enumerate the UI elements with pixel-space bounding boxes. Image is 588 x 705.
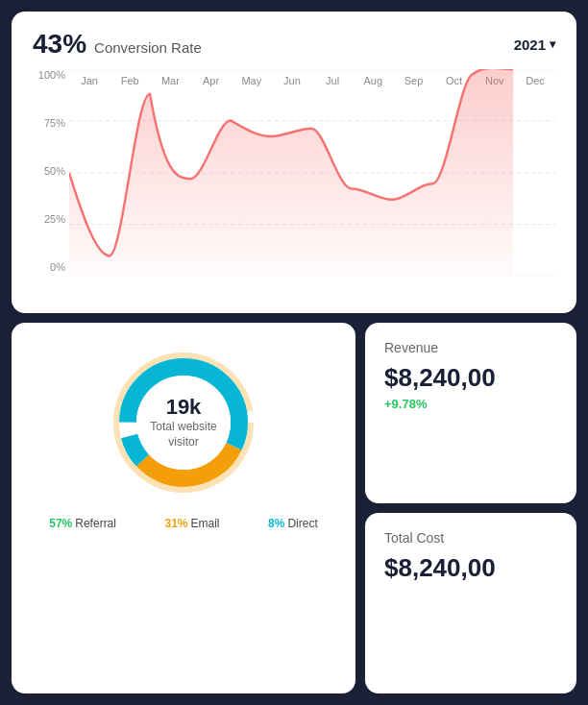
legend-referral: 57% Referral — [49, 517, 116, 530]
year-value: 2021 — [514, 36, 546, 53]
conversion-label: Conversion Rate — [94, 39, 202, 56]
legend-email: 31% Email — [164, 517, 219, 530]
chart-svg — [69, 69, 555, 277]
legend-direct: 8% Direct — [268, 517, 318, 530]
line-chart: 100% 75% 50% 25% 0% — [33, 69, 555, 300]
y-label-100: 100% — [33, 69, 65, 81]
card-header: 43% Conversion Rate 2021 ▾ — [33, 29, 555, 60]
donut-center-text: 19k Total websitevisitor — [150, 395, 216, 450]
revenue-card: Revenue $8,240,00 +9.78% — [365, 323, 576, 503]
legend-direct-pct: 8% — [268, 517, 284, 530]
donut-chart: 19k Total websitevisitor — [107, 346, 260, 499]
conversion-percent: 43% — [33, 29, 86, 60]
y-axis-labels: 100% 75% 50% 25% 0% — [33, 69, 65, 277]
conversion-rate-card: 43% Conversion Rate 2021 ▾ 100% 75% 50% … — [12, 12, 576, 313]
right-cards: Revenue $8,240,00 +9.78% Total Cost $8,2… — [365, 323, 576, 693]
total-cost-label: Total Cost — [384, 530, 557, 546]
legend-referral-label: Referral — [75, 517, 116, 530]
total-cost-card: Total Cost $8,240,00 — [365, 513, 576, 693]
legend-email-pct: 31% — [164, 517, 187, 530]
conversion-info: 43% Conversion Rate — [33, 29, 202, 60]
y-label-50: 50% — [33, 165, 65, 177]
bottom-section: 19k Total websitevisitor 57% Referral 31… — [12, 323, 576, 693]
y-label-25: 25% — [33, 213, 65, 225]
legend-referral-pct: 57% — [49, 517, 72, 530]
donut-value: 19k — [150, 395, 216, 420]
legend-direct-label: Direct — [287, 517, 317, 530]
revenue-label: Revenue — [384, 340, 557, 355]
y-label-75: 75% — [33, 117, 65, 129]
revenue-value: $8,240,00 — [384, 363, 557, 393]
donut-sublabel: Total websitevisitor — [150, 420, 216, 450]
legend-email-label: Email — [191, 517, 220, 530]
revenue-change: +9.78% — [384, 397, 557, 411]
chevron-down-icon: ▾ — [550, 37, 555, 51]
y-label-0: 0% — [33, 261, 65, 273]
donut-card: 19k Total websitevisitor 57% Referral 31… — [12, 323, 355, 693]
donut-legend: 57% Referral 31% Email 8% Direct — [25, 517, 342, 530]
total-cost-value: $8,240,00 — [384, 553, 557, 583]
year-selector[interactable]: 2021 ▾ — [514, 36, 555, 53]
